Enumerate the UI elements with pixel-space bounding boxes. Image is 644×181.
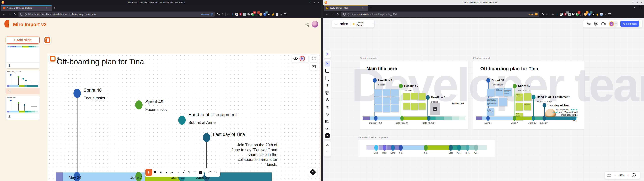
sticky-note[interactable] [383, 97, 390, 104]
timer-reactions-icon[interactable] [586, 22, 591, 26]
triangle-tool[interactable]: ▲ [169, 170, 175, 174]
bar-date[interactable]: Date [424, 152, 428, 154]
bar-date[interactable]: May 24 [484, 122, 492, 124]
tab-close-icon[interactable]: × [362, 7, 363, 9]
bookmark-star-icon[interactable]: ☆ [220, 12, 224, 16]
document-extension-icon[interactable] [600, 12, 604, 16]
redo-icon[interactable]: ↷ [214, 170, 217, 174]
bar-date[interactable]: Date XX / XX [422, 122, 435, 124]
milestone-dot[interactable] [513, 84, 517, 88]
sticky-note[interactable]: Scrum ceremonies. [496, 88, 503, 96]
slide-thumbnail-1[interactable]: 1 [6, 44, 40, 68]
reload-icon[interactable]: ⟳ [14, 12, 16, 16]
extensions-puzzle-icon[interactable]: + [571, 12, 575, 16]
templates-tool[interactable] [324, 67, 331, 74]
redo-icon[interactable]: ↷ [326, 150, 329, 154]
sticky-note[interactable] [374, 89, 382, 96]
new-tab-button[interactable]: + [54, 6, 56, 10]
comments-icon[interactable] [594, 22, 598, 26]
tab-device-icon[interactable] [639, 6, 641, 9]
sticky-note[interactable] [403, 93, 410, 100]
m-extension-icon[interactable]: M [234, 12, 239, 16]
milestone-headline[interactable]: Sprint 48 [84, 88, 102, 93]
bar-date[interactable]: Date XX / XX [369, 122, 382, 124]
sticky-note[interactable] [418, 103, 426, 110]
milestone-dot[interactable] [203, 133, 210, 142]
select-tool-button[interactable] [146, 169, 152, 176]
sticky-note[interactable]: Scrum ceremonies. [516, 94, 523, 101]
sticky-note[interactable] [391, 97, 399, 104]
slide-panel-toggle-button[interactable] [44, 37, 50, 43]
m-extension-icon[interactable]: M [559, 12, 563, 16]
maximize-icon[interactable]: ∧ [636, 1, 638, 4]
sticky-note[interactable]: Coordinate with team e-commerce on new n… [487, 98, 498, 106]
sticky-note[interactable] [516, 103, 523, 110]
left-titlebar[interactable]: NeoBoard | Visual Collaboration for Team… [0, 0, 321, 5]
sticky-note[interactable] [374, 97, 382, 104]
share-button[interactable]: Freigeben [620, 21, 639, 27]
milestone-dot[interactable] [399, 84, 403, 88]
url-host[interactable]: miro.com [358, 13, 368, 16]
bar-date[interactable]: June 17 [528, 122, 536, 124]
frame-timeline-template[interactable]: Main title here Headline 1 Subtitle Head… [360, 61, 468, 130]
close-window-icon[interactable]: × [641, 1, 642, 4]
screenshot-scissors-icon[interactable]: ✂ [226, 12, 230, 16]
milestone-dot[interactable] [373, 78, 377, 82]
url-path[interactable]: /app/board/uXjVLsUm_dE=/ [368, 13, 397, 16]
url-field[interactable]: https://miro.com/app/board/uXjVLsUm_dE=/… [341, 12, 539, 17]
bookmark-star-icon[interactable]: ☆ [545, 12, 549, 16]
milestone-headline[interactable]: Hand-in of IT equipment [537, 95, 570, 99]
minimize-icon[interactable]: ∨ [632, 1, 634, 4]
add-slide-button[interactable]: + Add slide [6, 36, 40, 44]
bar-date[interactable]: June 20 [540, 122, 548, 124]
board-menu-kebab-icon[interactable]: ⋮ [372, 22, 374, 26]
sticky-note[interactable] [499, 98, 507, 106]
maximize-icon[interactable]: ∧ [314, 1, 315, 4]
url-text[interactable]: https://matrix-neoboard-standalone.neoto… [28, 13, 96, 16]
slide-overview-button[interactable] [50, 56, 56, 62]
lock-icon[interactable] [348, 13, 350, 16]
eye-icon[interactable] [294, 57, 298, 60]
farewell-note[interactable]: Join Tina on the 20th of June to say "Fa… [231, 142, 277, 167]
slide-title[interactable]: Off-boarding plan for Tina [57, 57, 144, 66]
select-tool[interactable] [324, 60, 331, 67]
frame-label[interactable]: Timeline template [360, 57, 377, 59]
milestone-dot[interactable] [486, 78, 490, 82]
milestone-subtitle[interactable]: Focus tasks [145, 107, 167, 112]
app-menu-icon[interactable] [283, 12, 287, 16]
bar-date[interactable]: Date [466, 152, 470, 154]
download-extension-icon[interactable]: ⭣ [230, 12, 234, 16]
tab-neoboard[interactable]: NeoBoard | Visual Collabo × [1, 5, 52, 11]
presenter-avatar[interactable]: M [300, 56, 305, 61]
text-tool[interactable]: T [324, 82, 331, 89]
fullscreen-button[interactable] [310, 55, 318, 62]
dark-square-extension-icon[interactable] [591, 12, 595, 16]
miro-board-canvas[interactable]: Timeline template Main title here Headli… [323, 18, 644, 181]
s-extension-icon[interactable]: S [243, 12, 247, 16]
new-tab-button[interactable]: + [370, 6, 372, 10]
trash-extension-icon[interactable]: 17 [255, 12, 259, 16]
tracking-shield-icon[interactable] [20, 13, 23, 16]
miro-logo[interactable]: miro [340, 21, 348, 26]
slide-thumbnail-2[interactable]: Off-boarding plan for Tina 2 [6, 70, 40, 94]
sticky-note[interactable] [487, 89, 495, 96]
milestone-headline[interactable]: Sprint 49 [145, 99, 163, 104]
forward-icon[interactable]: → [331, 12, 334, 16]
rounded-rect-tool[interactable] [152, 170, 158, 174]
bar-date[interactable]: Date [391, 152, 395, 154]
frame-filled-out-example[interactable]: Off-boarding plan for Tina Sprint 48 Foc… [473, 61, 584, 130]
sticky-note[interactable] [391, 89, 399, 96]
milestone-headline[interactable]: Headline 1 [378, 79, 392, 82]
sticky-note[interactable] [374, 104, 382, 112]
milestone-headline[interactable]: Headline 2 [404, 84, 418, 88]
zoom-level[interactable]: 110% [618, 174, 624, 177]
pen-tool[interactable] [324, 96, 331, 103]
video-camera-icon[interactable] [602, 22, 606, 25]
bar-date[interactable]: June 7 [511, 122, 518, 124]
milestone-dot[interactable] [135, 100, 142, 110]
fit-to-frame-icon[interactable] [607, 174, 611, 177]
green-extension-icon[interactable]: 2 [575, 12, 579, 16]
milestone-subtitle[interactable]: Submit at Anne [188, 120, 216, 125]
add-text-hint[interactable]: Add text here [452, 102, 464, 104]
stickers-emoji-tool[interactable]: ☺ [324, 110, 331, 118]
